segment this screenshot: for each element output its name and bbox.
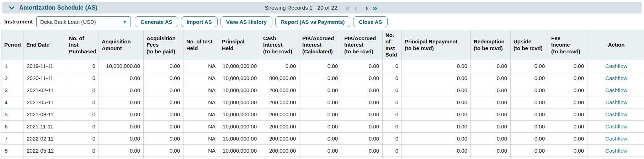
cell-principal: 10,000,000.00 [219,121,260,133]
cell-empty [144,157,183,159]
cell-redemption: 0.00 [471,108,511,121]
cell-principal-repayment: 0.00 [402,84,471,96]
pagination-first-button[interactable]: « [343,3,352,13]
cell-acquisition: 0.00 [99,84,144,96]
cell-acquisition: 0.00 [144,121,183,133]
cell-upside: 0.00 [511,96,548,108]
cell-upside: 0.00 [511,60,548,72]
cell-redemption: 0.00 [471,72,511,84]
cell-end-date: 2022-02-11 [23,133,66,145]
column-header-upside: Upside (to be rcvd) [511,30,548,60]
cell-fee: 0.00 [548,84,587,96]
panel-title: Amortization Schedule (AS) [19,4,97,11]
cell-principal-repayment: 0.00 [402,60,471,72]
cell-acquisition: 0.00 [144,108,183,121]
cell-acquisition: 0.00 [99,121,144,133]
import-as-button[interactable]: Import AS [181,16,218,27]
cell-principal: 10,000,000.00 [219,133,260,145]
table-row: 82022-05-1100.000.00NA10,000,000.00200,0… [1,145,644,157]
cell-pik-accrued: 0.00 [299,145,341,157]
column-header-principal-repayment: Principal Repayment (to be rcvd) [402,30,471,60]
column-header-pik-accrued: PIK/Accrued Interest (to be rcvd) [341,30,383,60]
table-row: 72022-02-1100.000.00NA10,000,000.00200,0… [1,133,644,145]
cell-fee: 0.00 [548,60,587,72]
generate-as-button[interactable]: Generate AS [135,16,178,27]
cell-pik-accrued: 0.00 [341,60,383,72]
toolbar: Instrument Deka Bank Loan (USD) ▼ Genera… [0,16,644,27]
table-row: 12019-11-11010,000,000.000.00NA10,000,00… [1,60,644,72]
cell-action: Cashflow [587,108,644,121]
panel-header: Amortization Schedule (AS) Showing Recor… [2,2,642,14]
cell-principal-repayment: 0.00 [402,133,471,145]
table-header-row: PeriodEnd DateNo. of Inst PurchasedAcqui… [1,30,644,60]
table-row: 42021-05-1100.000.00NA10,000,000.00200,0… [1,96,644,108]
cell-end-date: 2020-11-11 [23,72,66,84]
cell-no-of: 0 [66,121,99,133]
cell-no-of-inst: NA [183,72,219,84]
cell-action: Cashflow [587,96,644,108]
cell-pik-accrued: 0.00 [299,60,341,72]
cashflow-link[interactable]: Cashflow [605,87,627,93]
cell-end-date: 2021-05-11 [23,96,66,108]
collapse-chevron-icon[interactable] [9,6,15,10]
pagination-last-button[interactable]: » [370,3,379,13]
cell-fee: 0.00 [548,108,587,121]
pagination-next-button[interactable]: › [363,3,370,13]
cell-empty [548,157,587,159]
amortization-table: PeriodEnd DateNo. of Inst PurchasedAcqui… [1,30,644,159]
cell-upside: 0.00 [511,133,548,145]
close-as-button[interactable]: Close AS [353,16,388,27]
cashflow-link[interactable]: Cashflow [605,136,627,142]
table-row: 32021-02-1100.000.00NA10,000,000.00200,0… [1,84,644,96]
cell-no-of: 0 [383,145,402,157]
cell-period: 3 [1,84,23,96]
cell-principal: 10,000,000.00 [219,60,260,72]
column-header-cash: Cash Interest (to be rcvd) [260,30,299,60]
cell-empty [23,157,66,159]
cell-period: 4 [1,96,23,108]
cashflow-link[interactable]: Cashflow [605,99,627,105]
cell-acquisition: 0.00 [99,145,144,157]
cell-upside: 0.00 [511,121,548,133]
column-header-principal: Principal Held [219,30,260,60]
pagination-prev-button[interactable]: ‹ [352,3,359,13]
report-as-vs-payments-button[interactable]: Report (AS vs Payments) [275,16,350,27]
toolbar-buttons: Generate ASImport ASView AS HistoryRepor… [135,16,390,27]
column-header-no-of: No. of Inst Sold [383,30,402,60]
cell-no-of-inst: NA [183,60,219,72]
instrument-label: Instrument [4,18,33,25]
cell-pik-accrued: 0.00 [341,121,383,133]
cell-end-date: 2019-11-11 [23,60,66,72]
table-row: 52021-08-1100.000.00NA10,000,000.00200,0… [1,108,644,121]
amortization-table-wrap: PeriodEnd DateNo. of Inst PurchasedAcqui… [0,30,644,159]
cell-acquisition: 0.00 [99,96,144,108]
cell-upside: 0.00 [511,108,548,121]
cell-fee: 0.00 [548,145,587,157]
cashflow-link[interactable]: Cashflow [605,111,627,117]
cell-redemption: 0.00 [471,133,511,145]
cell-principal-repayment: 0.00 [402,96,471,108]
cell-pik-accrued: 0.00 [299,133,341,145]
cell-end-date: 2021-02-11 [23,84,66,96]
cell-empty [66,157,99,159]
cell-empty [299,157,341,159]
cell-period: 7 [1,133,23,145]
dropdown-caret-icon: ▼ [122,19,127,25]
view-as-history-button[interactable]: View AS History [220,16,272,27]
cell-empty [1,157,23,159]
instrument-select[interactable]: Deka Bank Loan (USD) ▼ [36,16,131,27]
cashflow-link[interactable]: Cashflow [605,63,627,69]
column-header-redemption: Redemption (to be rcvd) [471,30,511,60]
cashflow-link[interactable]: Cashflow [605,148,627,154]
cell-cash: 200,000.00 [260,121,299,133]
cell-acquisition: 0.00 [99,72,144,84]
cell-empty [383,157,402,159]
cell-principal: 10,000,000.00 [219,96,260,108]
cashflow-link[interactable]: Cashflow [605,123,627,129]
cell-end-date: 2021-11-11 [23,121,66,133]
cashflow-link[interactable]: Cashflow [605,75,627,81]
cell-principal-repayment: 0.00 [402,145,471,157]
column-header-acquisition: Acquisition Fees (to be paid) [144,30,183,60]
cell-no-of-inst: NA [183,133,219,145]
pagination-controls: «‹›» [343,3,379,13]
